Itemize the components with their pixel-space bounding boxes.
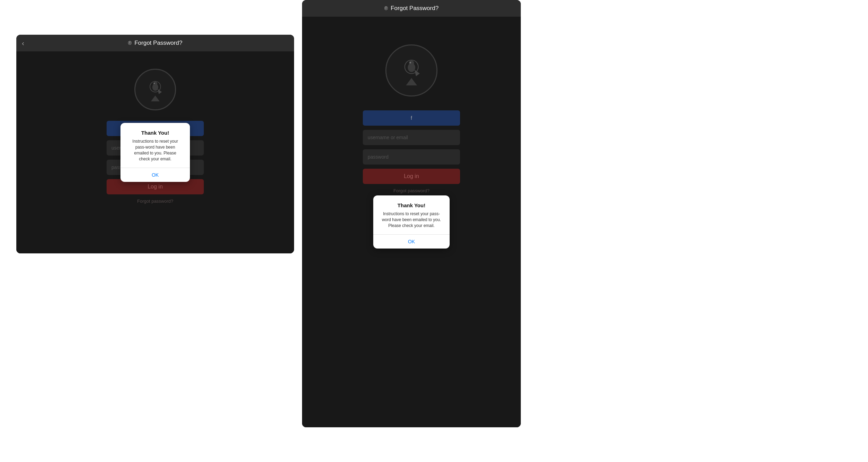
left-dialog-ok-button[interactable]: OK xyxy=(129,168,182,182)
right-topbar: ® Forgot Password? xyxy=(302,0,521,17)
right-device: ® Forgot Password? f xyxy=(302,0,521,427)
right-dialog-message: Instructions to reset your pass-word hav… xyxy=(382,211,441,228)
registered-icon: ® xyxy=(128,40,132,46)
right-dialog-box: Thank You! Instructions to reset your pa… xyxy=(373,195,450,248)
right-dialog-overlay: Thank You! Instructions to reset your pa… xyxy=(302,17,521,427)
right-topbar-title-text: Forgot Password? xyxy=(391,5,439,12)
topbar-title-text: Forgot Password? xyxy=(134,40,182,47)
left-dialog-title: Thank You! xyxy=(141,130,169,136)
left-dialog-message: Instructions to reset your pass-word hav… xyxy=(129,138,182,162)
left-screen-content: f Log in Forgot password? Thank You! Ins… xyxy=(16,51,294,253)
back-button[interactable]: ‹ xyxy=(22,39,24,47)
left-device: ‹ ® Forgot Password? f xyxy=(16,35,294,253)
left-topbar-title: ® Forgot Password? xyxy=(128,40,182,47)
right-registered-icon: ® xyxy=(384,6,388,11)
right-dialog-ok-button[interactable]: OK xyxy=(382,235,441,249)
right-topbar-title: ® Forgot Password? xyxy=(384,5,439,12)
left-topbar: ‹ ® Forgot Password? xyxy=(16,35,294,51)
right-dialog-title: Thank You! xyxy=(398,202,425,208)
left-dialog-box: Thank You! Instructions to reset your pa… xyxy=(120,123,190,182)
left-dialog-overlay: Thank You! Instructions to reset your pa… xyxy=(16,51,294,253)
right-screen-content: f Log in Forgot password? Thank You! Ins… xyxy=(302,17,521,427)
